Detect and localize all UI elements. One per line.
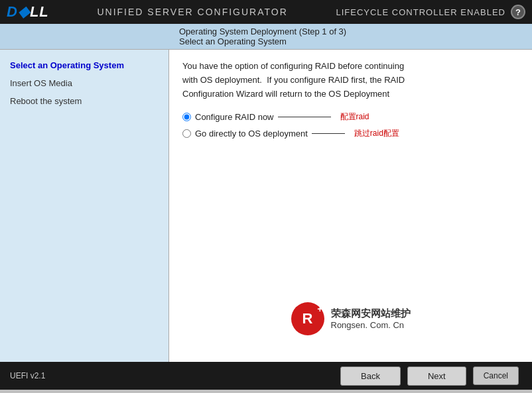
header: D◆LL UNIFIED SERVER CONFIGURATOR LIFECYC… <box>0 0 532 24</box>
annotation-skip-raid: 跳过raid配置 <box>354 128 399 139</box>
watermark-icon: R + <box>291 302 324 335</box>
radio-configure-raid[interactable] <box>182 113 191 121</box>
version-label: UEFI v2.1 <box>10 371 337 380</box>
lifecycle-status: LIFECYCLE CONTROLLER ENABLED <box>336 7 505 17</box>
radio-skip-raid[interactable] <box>182 129 191 138</box>
sidebar: Select an Operating System Insert OS Med… <box>0 50 169 362</box>
watermark-text: 荣森网安网站维护 Rongsen. Com. Cn <box>331 308 411 330</box>
radio-skip-raid-label[interactable]: Go directly to OS deployment <box>195 129 308 139</box>
app-title: UNIFIED SERVER CONFIGURATOR <box>49 7 336 17</box>
back-button[interactable]: Back <box>340 366 401 386</box>
dell-logo: D◆LL <box>7 3 49 21</box>
cancel-button[interactable]: Cancel <box>473 366 519 385</box>
radio-row-skip-raid: Go directly to OS deployment 跳过raid配置 <box>182 128 519 139</box>
breadcrumb-step: Operating System Deployment (Step 1 of 3… <box>179 27 525 36</box>
main-layout: Select an Operating System Insert OS Med… <box>0 50 532 362</box>
sidebar-item-insert-media[interactable]: Insert OS Media <box>0 74 168 92</box>
footer: UEFI v2.1 Back Next Cancel <box>0 362 532 390</box>
radio-configure-raid-label[interactable]: Configure RAID now <box>195 112 274 122</box>
sidebar-item-reboot[interactable]: Reboot the system <box>0 92 168 110</box>
breadcrumb-page: Select an Operating System <box>179 36 525 46</box>
breadcrumb-bar: Operating System Deployment (Step 1 of 3… <box>0 24 532 50</box>
content-area: You have the option of configuring RAID … <box>169 50 532 362</box>
next-button[interactable]: Next <box>407 366 466 386</box>
annotation-configure-raid: 配置raid <box>340 111 369 123</box>
radio-row-configure-raid: Configure RAID now 配置raid <box>182 111 519 123</box>
sidebar-item-select-os[interactable]: Select an Operating System <box>0 56 168 74</box>
help-button[interactable]: ? <box>511 5 525 19</box>
watermark: R + 荣森网安网站维护 Rongsen. Com. Cn <box>291 302 411 335</box>
content-description: You have the option of configuring RAID … <box>182 60 519 101</box>
